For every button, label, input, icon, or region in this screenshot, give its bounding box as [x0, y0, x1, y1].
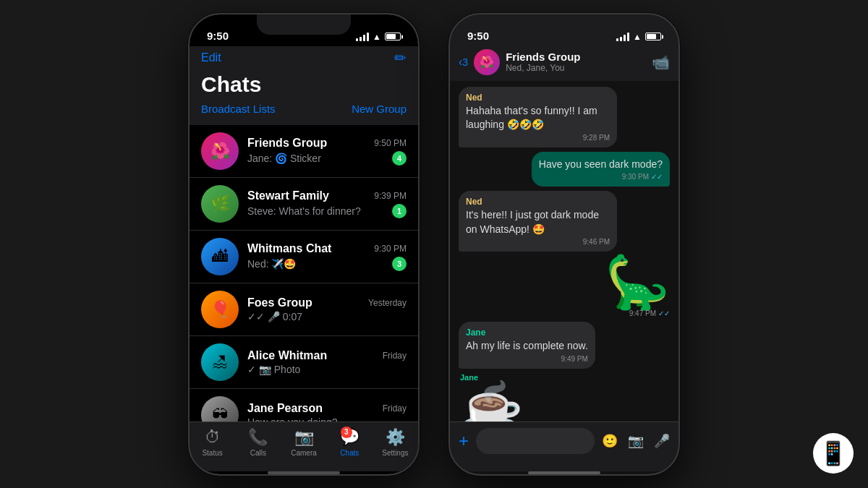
add-attachment-button[interactable]: +	[459, 431, 469, 451]
chat-time-whitmans-chat: 9:30 PM	[374, 244, 407, 254]
new-group-link[interactable]: New Group	[352, 103, 407, 115]
edit-button[interactable]: Edit	[201, 51, 221, 64]
bubble-ned-2: Ned It's here!! I just got dark mode on …	[459, 191, 617, 252]
sticker-dino: 🦕 9:47 PM ✓✓	[459, 256, 670, 317]
msg-text-jane-1: Ah my life is complete now.	[466, 339, 588, 354]
chat-item-jane-pearson[interactable]: 🕶 Jane Pearson Friday How are you doing?	[190, 389, 418, 421]
compose-icon[interactable]: ✏	[394, 49, 407, 67]
tab-chats-label: Chats	[340, 449, 359, 457]
chats-nav: Edit ✏	[201, 46, 407, 72]
sticker-coffee-wrapper: Jane ☕ 9:50 PM	[459, 373, 670, 421]
chat-preview-friends-group: Jane: 🌀 Sticker	[247, 153, 388, 164]
message-input[interactable]	[476, 428, 595, 454]
chat-item-foes-group[interactable]: 🎈 Foes Group Yesterday ✓✓ 🎤 0:07	[190, 283, 418, 336]
message-sent-1: Have you seen dark mode? 9:30 PM ✓✓	[459, 152, 670, 187]
status-icons-phone1: ▲	[356, 32, 401, 42]
msg-time-sent-1: 9:30 PM	[622, 173, 649, 181]
chat-name-foes-group: Foes Group	[247, 296, 312, 309]
chat-avatar-friends-group: 🌺	[201, 132, 239, 170]
chat-nav-row: ‹ 3 🌺 Friends Group Ned, Jane, You 📹	[459, 46, 670, 75]
tab-camera-label: Camera	[291, 449, 317, 457]
chat-nav-members: Ned, Jane, You	[506, 63, 646, 73]
msg-time-dino: 9:47 PM	[629, 309, 656, 317]
sender-ned-2: Ned	[466, 197, 610, 207]
chat-nav-avatar[interactable]: 🌺	[474, 49, 500, 75]
chat-preview-whitmans-chat: Ned: ✈️🤩	[247, 258, 388, 270]
message-jane-1: Jane Ah my life is complete now. 9:49 PM	[459, 322, 670, 369]
chat-name-friends-group: Friends Group	[247, 137, 327, 150]
msg-text-ned-1: Hahaha that's so funny!! I am laughing 🤣…	[466, 104, 610, 132]
chat-item-alice-whitman[interactable]: 🏖 Alice Whitman Friday ✓ 📷 Photo	[190, 336, 418, 389]
phone1-screen: 9:50 ▲	[190, 14, 418, 474]
chat-content-friends-group: Friends Group 9:50 PM Jane: 🌀 Sticker 4	[247, 137, 407, 166]
chat-preview-foes-group: ✓✓ 🎤 0:07	[247, 311, 407, 322]
wifi-icon2: ▲	[633, 32, 642, 42]
home-indicator-2	[528, 471, 600, 474]
emoji-icon[interactable]: 🙂	[602, 433, 618, 449]
tab-camera[interactable]: 📷 Camera	[281, 428, 326, 457]
chat-content-alice-whitman: Alice Whitman Friday ✓ 📷 Photo	[247, 349, 407, 375]
tab-settings[interactable]: ⚙️ Settings	[373, 428, 418, 457]
chat-preview-stewart-family: Steve: What's for dinner?	[247, 205, 388, 217]
chat-name-stewart-family: Stewart Family	[247, 189, 329, 202]
tab-calls[interactable]: 📞 Calls	[235, 428, 281, 457]
camera-icon: 📷	[294, 428, 314, 447]
coffee-sticker: ☕	[459, 383, 524, 421]
tab-chats[interactable]: 💬 Chats 3	[327, 428, 373, 457]
msg-time-ned-2: 9:46 PM	[583, 238, 610, 246]
chats-links: Broadcast Lists New Group	[201, 103, 407, 119]
input-bar: + 🙂 📷 🎤	[450, 421, 678, 471]
settings-icon: ⚙️	[386, 428, 405, 447]
chat-content-stewart-family: Stewart Family 9:39 PM Steve: What's for…	[247, 189, 407, 218]
chat-avatar-alice-whitman: 🏖	[201, 343, 239, 381]
msg-text-ned-2: It's here!! I just got dark mode on What…	[466, 208, 610, 236]
sender-ned: Ned	[466, 93, 610, 103]
chat-item-friends-group[interactable]: 🌺 Friends Group 9:50 PM Jane: 🌀 Sticker …	[190, 125, 418, 178]
chat-badge-stewart-family: 1	[392, 204, 407, 218]
phones-container: 9:50 ▲	[188, 13, 680, 476]
message-ned-2: Ned It's here!! I just got dark mode on …	[459, 191, 670, 252]
home-indicator	[268, 471, 340, 474]
tab-calls-label: Calls	[250, 449, 266, 457]
broadcast-lists-link[interactable]: Broadcast Lists	[201, 103, 276, 115]
chats-header: Edit ✏ Chats Broadcast Lists New Group	[190, 46, 418, 125]
microphone-icon[interactable]: 🎤	[654, 433, 670, 449]
tab-settings-label: Settings	[382, 449, 408, 457]
bubble-jane-1: Jane Ah my life is complete now. 9:49 PM	[459, 322, 595, 369]
tab-status-label: Status	[202, 449, 222, 457]
chat-avatar-jane-pearson: 🕶	[201, 396, 239, 421]
chat-name-jane-pearson: Jane Pearson	[247, 402, 323, 415]
chat-item-whitmans-chat[interactable]: 🏙 Whitmans Chat 9:30 PM Ned: ✈️🤩 3	[190, 231, 418, 283]
msg-time-jane-1: 9:49 PM	[561, 355, 588, 363]
phone-chats: 9:50 ▲	[188, 13, 420, 476]
msg-ticks-dino: ✓✓	[658, 309, 670, 317]
tab-status[interactable]: ⏱ Status	[190, 428, 235, 457]
video-call-icon[interactable]: 📹	[652, 53, 670, 71]
chat-avatar-whitmans-chat: 🏙	[201, 238, 239, 275]
chat-name-alice-whitman: Alice Whitman	[247, 349, 327, 362]
chat-time-foes-group: Yesterday	[368, 298, 407, 308]
battery-icon	[385, 33, 401, 40]
calls-icon: 📞	[248, 428, 268, 447]
chat-nav-info: Friends Group Ned, Jane, You	[506, 51, 646, 73]
input-icons: 🙂 📷 🎤	[602, 433, 670, 449]
sender-jane: Jane	[466, 328, 588, 338]
back-button[interactable]: ‹ 3	[459, 56, 468, 69]
msg-text-sent-1: Have you seen dark mode?	[539, 158, 663, 172]
signal-bars-icon	[356, 33, 369, 41]
chat-content-whitmans-chat: Whitmans Chat 9:30 PM Ned: ✈️🤩 3	[247, 242, 407, 271]
camera-input-icon[interactable]: 📷	[628, 433, 644, 449]
chat-time-stewart-family: 9:39 PM	[374, 191, 407, 201]
messages-area: Ned Hahaha that's so funny!! I am laughi…	[450, 81, 678, 421]
status-icons-phone2: ▲	[616, 32, 661, 42]
chat-avatar-foes-group: 🎈	[201, 291, 239, 328]
chats-title: Chats	[201, 72, 407, 103]
msg-ticks-sent-1: ✓✓	[651, 173, 663, 181]
status-time-phone1: 9:50	[207, 30, 229, 42]
phone2-screen: 9:50 ▲	[450, 14, 678, 474]
chats-tab-badge: 3	[341, 427, 352, 438]
status-time-phone2: 9:50	[467, 30, 489, 42]
dino-sticker: 🦕	[605, 256, 670, 308]
chat-item-stewart-family[interactable]: 🌿 Stewart Family 9:39 PM Steve: What's f…	[190, 178, 418, 231]
whatsapp-watermark: 📱	[813, 433, 854, 474]
